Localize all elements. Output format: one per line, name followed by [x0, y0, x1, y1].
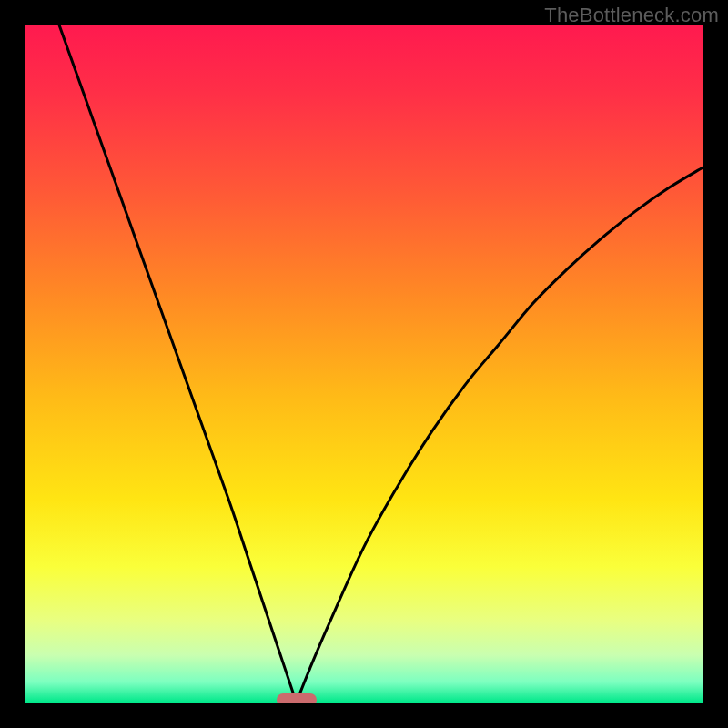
curve-right [297, 167, 703, 703]
curve-left [59, 25, 296, 703]
plot-area [25, 25, 703, 703]
watermark-text: TheBottleneck.com [544, 4, 719, 27]
curves-layer [25, 25, 703, 703]
notch-marker [277, 693, 317, 703]
chart-frame: TheBottleneck.com [0, 0, 728, 728]
